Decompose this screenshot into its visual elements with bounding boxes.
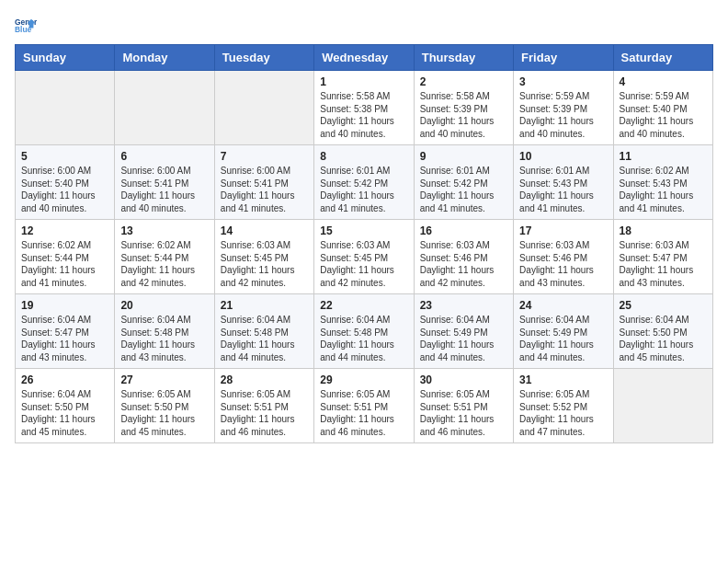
calendar-cell: 11Sunrise: 6:02 AM Sunset: 5:43 PM Dayli… [613,145,712,220]
weekday-header-sunday: Sunday [16,45,115,71]
calendar-week-5: 26Sunrise: 6:04 AM Sunset: 5:50 PM Dayli… [16,369,713,443]
weekday-header-friday: Friday [514,45,613,71]
day-number: 3 [519,75,607,88]
day-number: 2 [420,75,507,88]
calendar-cell: 12Sunrise: 6:02 AM Sunset: 5:44 PM Dayli… [16,220,115,294]
calendar-week-2: 5Sunrise: 6:00 AM Sunset: 5:40 PM Daylig… [16,145,713,220]
calendar-cell: 25Sunrise: 6:04 AM Sunset: 5:50 PM Dayli… [613,294,712,369]
day-info: Sunrise: 6:01 AM Sunset: 5:42 PM Dayligh… [320,165,407,214]
weekday-header-row: SundayMondayTuesdayWednesdayThursdayFrid… [16,45,713,71]
calendar-cell: 15Sunrise: 6:03 AM Sunset: 5:45 PM Dayli… [314,220,414,294]
calendar-cell: 24Sunrise: 6:04 AM Sunset: 5:49 PM Dayli… [514,294,613,369]
day-info: Sunrise: 6:02 AM Sunset: 5:44 PM Dayligh… [21,239,108,289]
calendar-cell: 18Sunrise: 6:03 AM Sunset: 5:47 PM Dayli… [613,220,712,294]
calendar-week-1: 1Sunrise: 5:58 AM Sunset: 5:38 PM Daylig… [16,71,713,145]
day-info: Sunrise: 5:59 AM Sunset: 5:39 PM Dayligh… [519,90,607,140]
day-number: 23 [420,299,507,312]
day-info: Sunrise: 6:00 AM Sunset: 5:41 PM Dayligh… [221,165,308,214]
calendar-cell: 8Sunrise: 6:01 AM Sunset: 5:42 PM Daylig… [314,145,414,220]
day-number: 5 [21,150,108,163]
calendar-cell [16,71,115,145]
day-info: Sunrise: 5:58 AM Sunset: 5:38 PM Dayligh… [320,90,407,140]
day-number: 21 [221,299,308,312]
day-info: Sunrise: 6:03 AM Sunset: 5:47 PM Dayligh… [620,239,707,289]
calendar-week-3: 12Sunrise: 6:02 AM Sunset: 5:44 PM Dayli… [16,220,713,294]
day-number: 16 [420,224,507,237]
calendar-cell: 6Sunrise: 6:00 AM Sunset: 5:41 PM Daylig… [115,145,214,220]
day-number: 31 [519,373,607,386]
day-number: 6 [120,150,208,163]
day-number: 12 [21,224,108,237]
day-info: Sunrise: 6:03 AM Sunset: 5:45 PM Dayligh… [221,239,308,289]
day-info: Sunrise: 6:03 AM Sunset: 5:46 PM Dayligh… [519,239,607,289]
calendar-cell: 23Sunrise: 6:04 AM Sunset: 5:49 PM Dayli… [414,294,513,369]
logo: General Blue [15,15,40,37]
calendar-cell: 9Sunrise: 6:01 AM Sunset: 5:42 PM Daylig… [414,145,513,220]
calendar-cell: 10Sunrise: 6:01 AM Sunset: 5:43 PM Dayli… [514,145,613,220]
calendar-table: SundayMondayTuesdayWednesdayThursdayFrid… [15,44,713,443]
calendar-cell: 22Sunrise: 6:04 AM Sunset: 5:48 PM Dayli… [314,294,414,369]
calendar-cell: 17Sunrise: 6:03 AM Sunset: 5:46 PM Dayli… [514,220,613,294]
day-number: 4 [620,75,707,88]
day-info: Sunrise: 6:05 AM Sunset: 5:52 PM Dayligh… [519,388,607,438]
logo-icon: General Blue [15,15,37,37]
calendar-cell: 13Sunrise: 6:02 AM Sunset: 5:44 PM Dayli… [115,220,214,294]
weekday-header-thursday: Thursday [414,45,513,71]
calendar-cell [115,71,214,145]
day-number: 29 [320,373,407,386]
day-info: Sunrise: 6:04 AM Sunset: 5:48 PM Dayligh… [120,314,208,363]
calendar-cell: 16Sunrise: 6:03 AM Sunset: 5:46 PM Dayli… [414,220,513,294]
calendar-cell: 19Sunrise: 6:04 AM Sunset: 5:47 PM Dayli… [16,294,115,369]
calendar-cell: 3Sunrise: 5:59 AM Sunset: 5:39 PM Daylig… [514,71,613,145]
day-info: Sunrise: 6:05 AM Sunset: 5:51 PM Dayligh… [221,388,308,438]
day-info: Sunrise: 6:01 AM Sunset: 5:42 PM Dayligh… [420,165,507,214]
day-info: Sunrise: 6:05 AM Sunset: 5:50 PM Dayligh… [120,388,208,438]
day-info: Sunrise: 6:02 AM Sunset: 5:44 PM Dayligh… [120,239,208,289]
day-info: Sunrise: 6:04 AM Sunset: 5:49 PM Dayligh… [519,314,607,363]
calendar-cell [613,369,712,443]
day-info: Sunrise: 6:03 AM Sunset: 5:46 PM Dayligh… [420,239,507,289]
calendar-cell: 30Sunrise: 6:05 AM Sunset: 5:51 PM Dayli… [414,369,513,443]
day-info: Sunrise: 6:05 AM Sunset: 5:51 PM Dayligh… [320,388,407,438]
day-number: 17 [519,224,607,237]
calendar-cell: 27Sunrise: 6:05 AM Sunset: 5:50 PM Dayli… [115,369,214,443]
day-number: 15 [320,224,407,237]
calendar-cell: 4Sunrise: 5:59 AM Sunset: 5:40 PM Daylig… [613,71,712,145]
day-info: Sunrise: 5:58 AM Sunset: 5:39 PM Dayligh… [420,90,507,140]
day-number: 11 [620,150,707,163]
day-number: 28 [221,373,308,386]
day-info: Sunrise: 6:00 AM Sunset: 5:41 PM Dayligh… [120,165,208,214]
day-info: Sunrise: 6:04 AM Sunset: 5:47 PM Dayligh… [21,314,108,363]
day-info: Sunrise: 6:04 AM Sunset: 5:48 PM Dayligh… [320,314,407,363]
day-number: 30 [420,373,507,386]
day-number: 9 [420,150,507,163]
day-info: Sunrise: 5:59 AM Sunset: 5:40 PM Dayligh… [620,90,707,140]
day-info: Sunrise: 6:05 AM Sunset: 5:51 PM Dayligh… [420,388,507,438]
weekday-header-tuesday: Tuesday [214,45,313,71]
weekday-header-saturday: Saturday [613,45,712,71]
calendar-cell: 20Sunrise: 6:04 AM Sunset: 5:48 PM Dayli… [115,294,214,369]
day-number: 26 [21,373,108,386]
day-number: 8 [320,150,407,163]
day-info: Sunrise: 6:01 AM Sunset: 5:43 PM Dayligh… [519,165,607,214]
calendar-cell: 2Sunrise: 5:58 AM Sunset: 5:39 PM Daylig… [414,71,513,145]
calendar-cell: 21Sunrise: 6:04 AM Sunset: 5:48 PM Dayli… [214,294,313,369]
day-number: 14 [221,224,308,237]
calendar-cell [214,71,313,145]
day-info: Sunrise: 6:03 AM Sunset: 5:45 PM Dayligh… [320,239,407,289]
calendar-cell: 7Sunrise: 6:00 AM Sunset: 5:41 PM Daylig… [214,145,313,220]
calendar-cell: 5Sunrise: 6:00 AM Sunset: 5:40 PM Daylig… [16,145,115,220]
calendar-cell: 14Sunrise: 6:03 AM Sunset: 5:45 PM Dayli… [214,220,313,294]
day-info: Sunrise: 6:00 AM Sunset: 5:40 PM Dayligh… [21,165,108,214]
day-info: Sunrise: 6:04 AM Sunset: 5:48 PM Dayligh… [221,314,308,363]
day-info: Sunrise: 6:04 AM Sunset: 5:50 PM Dayligh… [21,388,108,438]
day-number: 7 [221,150,308,163]
calendar-cell: 31Sunrise: 6:05 AM Sunset: 5:52 PM Dayli… [514,369,613,443]
weekday-header-monday: Monday [115,45,214,71]
day-number: 13 [120,224,208,237]
day-number: 24 [519,299,607,312]
day-info: Sunrise: 6:04 AM Sunset: 5:49 PM Dayligh… [420,314,507,363]
day-number: 18 [620,224,707,237]
calendar-cell: 29Sunrise: 6:05 AM Sunset: 5:51 PM Dayli… [314,369,414,443]
weekday-header-wednesday: Wednesday [314,45,414,71]
